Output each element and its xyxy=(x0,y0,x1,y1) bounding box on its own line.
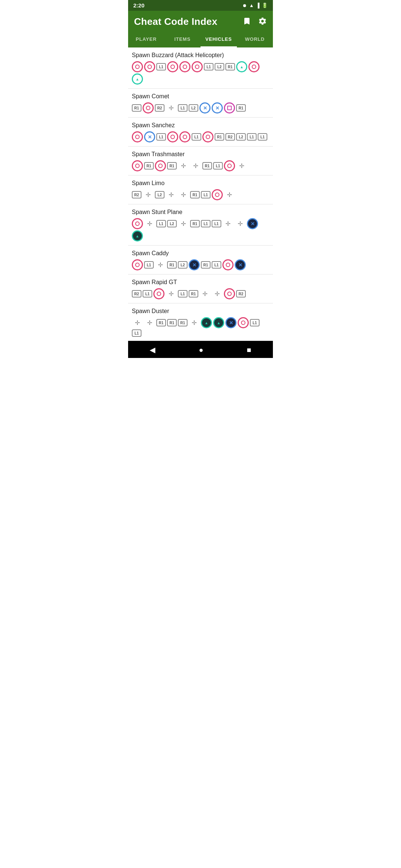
cheat-buttons: R1 R2 ✛ L1 L2 ✕ ✕ R1 xyxy=(132,102,269,114)
back-button[interactable]: ◀ xyxy=(150,345,155,354)
cheat-name: Spawn Duster xyxy=(132,308,269,315)
list-item: Spawn Duster ✛ ✛ R1 R1 R1 ✛ ✕ L1 L1 xyxy=(128,303,273,341)
l1-btn: L1 xyxy=(143,290,152,297)
back-icon: ◀ xyxy=(150,346,155,354)
dpad-right-btn: ✛ xyxy=(132,317,143,328)
l1-btn: L1 xyxy=(178,290,188,297)
l2-btn: L2 xyxy=(178,261,188,269)
r2-btn: R2 xyxy=(225,133,235,141)
r1-btn: R1 xyxy=(167,319,177,326)
status-icons: ⏺ ▲ ▐ 🔋 xyxy=(242,3,268,8)
l1-btn: L1 xyxy=(204,63,213,70)
r1-btn: R1 xyxy=(236,104,246,112)
l1-btn: L1 xyxy=(212,261,221,269)
cheat-buttons: ✛ L1 L2 ✛ R1 L1 L1 ✛ ✛ ✕ xyxy=(132,218,269,241)
settings-button[interactable] xyxy=(258,17,267,27)
cheat-name: Spawn Sanchez xyxy=(132,122,269,129)
dpad-left-btn: ✛ xyxy=(178,160,189,171)
cheat-buttons: R2 L1 ✛ L1 R1 ✛ ✛ R2 xyxy=(132,288,269,299)
dpad-left-btn: ✛ xyxy=(212,288,223,299)
bookmark-button[interactable] xyxy=(242,17,251,27)
circle-btn xyxy=(179,61,190,72)
circle-btn xyxy=(155,160,166,171)
square-btn xyxy=(224,102,235,114)
r1-btn: R1 xyxy=(167,162,177,170)
bookmark-icon xyxy=(242,17,251,26)
l2-btn: L2 xyxy=(155,191,164,198)
recent-button[interactable]: ■ xyxy=(247,346,251,354)
triangle-dark-btn xyxy=(201,317,212,328)
l1-btn: L1 xyxy=(156,63,166,70)
r1-btn: R1 xyxy=(190,220,200,227)
circle-btn xyxy=(248,61,260,72)
circle-btn xyxy=(132,259,143,270)
r1-btn: R1 xyxy=(202,162,212,170)
circle-btn xyxy=(167,61,178,72)
r1-btn: R1 xyxy=(178,319,188,326)
circle-btn xyxy=(143,102,154,114)
x-btn: ✕ xyxy=(199,102,211,114)
circle-btn xyxy=(132,160,143,171)
cheat-buttons: ✛ ✛ R1 R1 R1 ✛ ✕ L1 L1 xyxy=(132,317,269,337)
home-icon: ● xyxy=(199,346,203,354)
circle-btn xyxy=(192,61,203,72)
circle-btn xyxy=(167,131,178,142)
cheat-name: Spawn Buzzard (Attack Helicopter) xyxy=(132,52,269,59)
l1-btn: L1 xyxy=(192,133,201,141)
dpad-left-btn: ✛ xyxy=(178,189,189,200)
l1-btn: L1 xyxy=(247,133,257,141)
list-item: Spawn Buzzard (Attack Helicopter) L1 L1 … xyxy=(128,47,273,89)
list-item: Spawn Sanchez ✕ L1 L1 R1 R2 L2 L1 L1 xyxy=(128,118,273,147)
l2-btn: L2 xyxy=(167,220,177,227)
dpad-right-btn: ✛ xyxy=(236,160,247,171)
cheat-name: Spawn Trashmaster xyxy=(132,151,269,158)
l2-btn: L2 xyxy=(215,63,224,70)
r1-btn: R1 xyxy=(144,162,154,170)
triangle-btn xyxy=(236,61,247,72)
tab-items[interactable]: ITEMS xyxy=(164,32,201,47)
cheat-buttons: L1 ✛ R1 L2 ✕ R1 L1 ✕ xyxy=(132,259,269,270)
r1-btn: R1 xyxy=(167,261,177,269)
x-dark-btn: ✕ xyxy=(225,317,237,328)
l1-btn: L1 xyxy=(213,162,223,170)
tab-world[interactable]: WORLD xyxy=(237,32,273,47)
dpad-left-btn: ✛ xyxy=(189,317,200,328)
r1-btn: R1 xyxy=(189,290,198,297)
settings-icon xyxy=(258,17,267,26)
circle-btn xyxy=(238,317,249,328)
dpad-right-btn: ✛ xyxy=(166,288,177,299)
tab-player[interactable]: PLAYER xyxy=(128,32,164,47)
r1-btn: R1 xyxy=(132,104,141,112)
l1-btn: L1 xyxy=(132,329,141,337)
dpad-right-btn: ✛ xyxy=(143,189,154,200)
x-btn: ✕ xyxy=(212,102,223,114)
l1-btn: L1 xyxy=(212,220,221,227)
home-button[interactable]: ● xyxy=(199,346,203,354)
cheat-name: Spawn Limo xyxy=(132,180,269,187)
l1-btn: L1 xyxy=(201,220,211,227)
l1-btn: L1 xyxy=(178,104,188,112)
cheat-buttons: R2 ✛ L2 ✛ ✛ R1 L1 ✛ xyxy=(132,189,269,200)
signal-icon: ▐ xyxy=(256,3,260,8)
dpad-left-btn: ✛ xyxy=(155,259,166,270)
list-item: Spawn Trashmaster R1 R1 ✛ ✛ R1 L1 ✛ xyxy=(128,147,273,175)
recent-icon: ■ xyxy=(247,346,251,354)
r1-btn: R1 xyxy=(190,191,200,198)
list-item: Spawn Limo R2 ✛ L2 ✛ ✛ R1 L1 ✛ xyxy=(128,175,273,204)
app-title: Cheat Code Index xyxy=(134,16,217,27)
circle-btn xyxy=(153,288,164,299)
r1-btn: R1 xyxy=(156,319,166,326)
l2-btn: L2 xyxy=(236,133,246,141)
cheat-name: Spawn Stunt Plane xyxy=(132,209,269,216)
battery-icon: 🔋 xyxy=(262,3,268,8)
dpad-left-btn: ✛ xyxy=(235,218,246,229)
dpad-left-btn: ✛ xyxy=(190,160,201,171)
circle-btn xyxy=(222,259,234,270)
circle-btn xyxy=(144,61,155,72)
circle-btn xyxy=(212,189,223,200)
r1-btn: R1 xyxy=(215,133,224,141)
l2-btn: L2 xyxy=(189,104,198,112)
r2-btn: R2 xyxy=(155,104,164,112)
tab-vehicles[interactable]: VEHICLES xyxy=(200,32,237,47)
r1-btn: R1 xyxy=(201,261,211,269)
